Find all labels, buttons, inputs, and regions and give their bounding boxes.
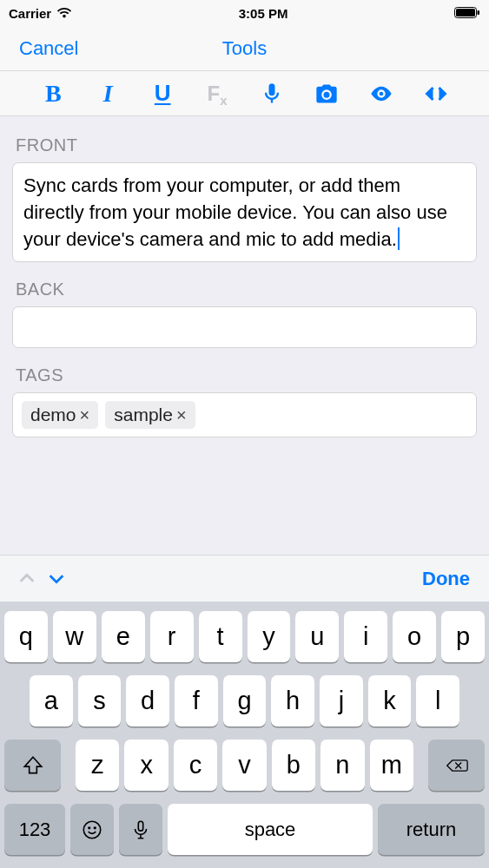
key-b[interactable]: b (272, 740, 315, 791)
tag-sample[interactable]: sample× (105, 401, 195, 429)
key-m[interactable]: m (370, 740, 413, 791)
microphone-button[interactable] (254, 76, 289, 111)
svg-point-4 (89, 826, 90, 828)
bold-button[interactable]: B (36, 76, 70, 111)
preview-button[interactable] (364, 76, 399, 111)
key-x[interactable]: x (124, 740, 168, 791)
status-bar: Carrier 3:05 PM (0, 0, 489, 26)
status-time: 3:05 PM (239, 6, 288, 21)
key-j[interactable]: j (320, 675, 363, 727)
editor-content: FRONT Sync cards from your computer, or … (0, 116, 489, 450)
key-z[interactable]: z (76, 740, 119, 791)
key-v[interactable]: v (222, 740, 266, 791)
wifi-icon (56, 7, 72, 19)
key-t[interactable]: t (199, 611, 242, 662)
key-u[interactable]: u (295, 611, 339, 662)
key-n[interactable]: n (320, 740, 364, 791)
front-label: FRONT (16, 135, 473, 155)
key-o[interactable]: o (393, 611, 436, 662)
space-key[interactable]: space (168, 804, 373, 855)
front-text: Sync cards from your computer, or add th… (23, 174, 447, 250)
prev-field-button (12, 564, 42, 594)
fx-button: Fx (200, 76, 235, 111)
shift-key[interactable] (4, 740, 61, 791)
keyboard-accessory-bar: Done (0, 555, 489, 602)
key-y[interactable]: y (248, 611, 291, 662)
code-button[interactable] (419, 76, 453, 111)
tag-label: demo (30, 404, 76, 425)
underline-button[interactable]: U (145, 76, 180, 111)
back-field[interactable] (12, 306, 477, 348)
battery-icon (454, 7, 480, 19)
backspace-key[interactable] (428, 740, 485, 791)
key-e[interactable]: e (102, 611, 145, 662)
format-toolbar: B I U Fx (0, 71, 489, 116)
svg-point-3 (83, 821, 101, 838)
key-l[interactable]: l (416, 675, 459, 727)
key-a[interactable]: a (30, 675, 73, 727)
tag-label: sample (114, 404, 173, 425)
key-q[interactable]: q (4, 611, 48, 662)
return-key[interactable]: return (378, 804, 485, 855)
tools-button[interactable]: Tools (222, 37, 267, 59)
key-r[interactable]: r (150, 611, 194, 662)
svg-rect-2 (478, 10, 480, 15)
key-f[interactable]: f (175, 675, 218, 727)
front-field[interactable]: Sync cards from your computer, or add th… (12, 162, 477, 262)
tag-remove-icon[interactable]: × (176, 405, 187, 425)
navigation-bar: Cancel Tools (0, 26, 489, 71)
svg-rect-6 (138, 821, 142, 831)
tags-field[interactable]: demo×sample× (12, 392, 477, 437)
svg-point-5 (94, 826, 96, 828)
tag-remove-icon[interactable]: × (80, 405, 90, 425)
camera-button[interactable] (309, 76, 344, 111)
key-k[interactable]: k (368, 675, 412, 727)
text-cursor (398, 227, 400, 250)
tag-demo[interactable]: demo× (22, 401, 98, 429)
tags-label: TAGS (16, 365, 473, 385)
italic-button[interactable]: I (90, 76, 125, 111)
cancel-button[interactable]: Cancel (0, 37, 78, 60)
keyboard: qwertyuiop asdfghjkl zxcvbnm 123 space r… (0, 602, 489, 868)
key-w[interactable]: w (53, 611, 96, 662)
next-field-button[interactable] (42, 564, 71, 594)
key-d[interactable]: d (126, 675, 169, 727)
key-c[interactable]: c (174, 740, 217, 791)
key-g[interactable]: g (223, 675, 267, 727)
emoji-key[interactable] (70, 804, 114, 855)
key-s[interactable]: s (78, 675, 122, 727)
dictation-key[interactable] (119, 804, 162, 855)
key-i[interactable]: i (344, 611, 387, 662)
key-p[interactable]: p (441, 611, 485, 662)
done-button[interactable]: Done (422, 568, 477, 590)
carrier-label: Carrier (9, 6, 51, 21)
back-label: BACK (16, 279, 473, 299)
svg-rect-1 (456, 9, 475, 16)
key-h[interactable]: h (271, 675, 314, 727)
numbers-key[interactable]: 123 (4, 804, 65, 855)
